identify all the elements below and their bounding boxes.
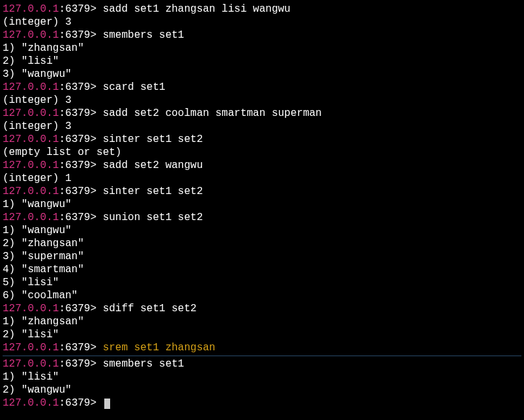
terminal-line: (integer) 3 [3,16,521,29]
prompt-port: :6379 [59,303,90,315]
output-text: 2) "zhangsan" [3,238,84,249]
output-text: (integer) 1 [3,173,72,184]
prompt-host: 127.0.0.1 [3,81,59,93]
terminal-line: 127.0.0.1:6379> sadd set2 coolman smartm… [3,107,521,120]
terminal-line: 127.0.0.1:6379> srem set1 zhangsan [3,341,521,354]
output-text: 1) "wangwu" [3,199,72,210]
prompt-arrow: > [90,29,102,41]
prompt-arrow: > [90,358,102,370]
terminal-line: 127.0.0.1:6379> sdiff set1 set2 [3,302,521,315]
terminal-line: 5) "lisi" [3,276,521,289]
separator-line [3,356,521,356]
prompt-host: 127.0.0.1 [3,29,59,41]
prompt-host: 127.0.0.1 [3,342,59,354]
terminal-line: 1) "zhangsan" [3,42,521,55]
output-text: 2) "lisi" [3,55,59,67]
output-text: (integer) 3 [3,16,72,28]
prompt-host: 127.0.0.1 [3,107,59,119]
terminal-line: (integer) 3 [3,94,521,107]
prompt-arrow: > [90,107,102,119]
prompt-arrow: > [90,212,102,223]
prompt-arrow: > [90,160,102,171]
command-text: sdiff set1 set2 [103,303,197,315]
terminal-line: 6) "coolman" [3,289,521,302]
command-text: smembers set1 [103,358,184,370]
terminal-line: (empty list or set) [3,146,521,159]
terminal-line: 127.0.0.1:6379> sinter set1 set2 [3,185,521,198]
command-text: sadd set2 coolman smartman superman [103,107,322,119]
output-text: 1) "zhangsan" [3,316,84,328]
command-text: sunion set1 set2 [103,212,203,223]
output-text: 3) "superman" [3,251,84,262]
terminal-line: 127.0.0.1:6379> smembers set1 [3,29,521,42]
terminal-line: 4) "smartman" [3,263,521,276]
terminal-line: 127.0.0.1:6379> sinter set1 set2 [3,133,521,146]
command-text: sinter set1 set2 [103,186,203,197]
terminal-line: 2) "lisi" [3,328,521,341]
prompt-host: 127.0.0.1 [3,160,59,171]
command-text: sadd set1 zhangsan lisi wangwu [103,3,291,15]
command-text: sadd set2 wangwu [103,160,203,171]
output-text: 4) "smartman" [3,264,84,275]
prompt-host: 127.0.0.1 [3,212,59,223]
output-text: 1) "zhangsan" [3,42,84,54]
terminal-line: 2) "wangwu" [3,384,521,397]
prompt-host: 127.0.0.1 [3,397,59,409]
command-text: smembers set1 [103,29,184,41]
output-text: 2) "wangwu" [3,384,72,396]
command-text: sinter set1 set2 [103,133,203,145]
prompt-port: :6379 [59,358,90,370]
terminal-line: 2) "lisi" [3,55,521,68]
terminal-line: 127.0.0.1:6379> sadd set1 zhangsan lisi … [3,3,521,16]
output-text: 1) "wangwu" [3,225,72,236]
output-text: (empty list or set) [3,147,121,158]
prompt-arrow: > [90,397,102,409]
output-text: 6) "coolman" [3,290,78,301]
terminal-line: 127.0.0.1:6379> smembers set1 [3,357,521,371]
prompt-arrow: > [90,303,102,315]
terminal-line: 1) "wangwu" [3,198,521,211]
terminal-line: 1) "wangwu" [3,224,521,237]
prompt-port: :6379 [59,133,90,145]
terminal-line: 2) "zhangsan" [3,237,521,250]
prompt-host: 127.0.0.1 [3,186,59,197]
prompt-arrow: > [90,186,102,197]
terminal-line: 1) "zhangsan" [3,315,521,328]
terminal-line: 1) "lisi" [3,371,521,384]
terminal-line: (integer) 1 [3,172,521,185]
prompt-port: :6379 [59,342,90,354]
command-text: scard set1 [103,81,166,93]
prompt-port: :6379 [59,3,90,15]
prompt-arrow: > [90,342,102,354]
prompt-port: :6379 [59,81,90,93]
output-text: 1) "lisi" [3,371,59,383]
terminal-line: 127.0.0.1:6379> sadd set2 wangwu [3,159,521,172]
output-text: (integer) 3 [3,120,72,132]
output-text: 3) "wangwu" [3,68,72,80]
prompt-port: :6379 [59,186,90,197]
prompt-arrow: > [90,3,102,15]
terminal-line: 3) "superman" [3,250,521,263]
prompt-port: :6379 [59,160,90,171]
prompt-port: :6379 [59,397,90,409]
output-text: 2) "lisi" [3,329,59,341]
prompt-host: 127.0.0.1 [3,133,59,145]
prompt-port: :6379 [59,212,90,223]
prompt-arrow: > [90,133,102,145]
terminal-line: 127.0.0.1:6379> scard set1 [3,81,521,94]
prompt-port: :6379 [59,29,90,41]
cursor[interactable] [104,399,110,409]
terminal-line: (integer) 3 [3,120,521,133]
command-text: srem set1 zhangsan [103,342,216,354]
terminal-output[interactable]: 127.0.0.1:6379> sadd set1 zhangsan lisi … [3,3,521,410]
prompt-host: 127.0.0.1 [3,3,59,15]
output-text: 5) "lisi" [3,277,59,288]
terminal-line: 127.0.0.1:6379> [3,397,521,410]
prompt-arrow: > [90,81,102,93]
output-text: (integer) 3 [3,94,72,106]
terminal-line: 127.0.0.1:6379> sunion set1 set2 [3,211,521,224]
prompt-host: 127.0.0.1 [3,303,59,315]
terminal-line: 3) "wangwu" [3,68,521,81]
prompt-host: 127.0.0.1 [3,358,59,370]
prompt-port: :6379 [59,107,90,119]
